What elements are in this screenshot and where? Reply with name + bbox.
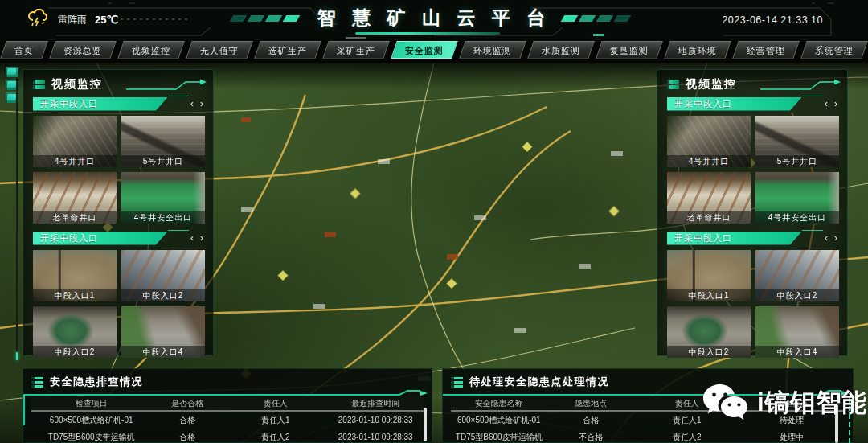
watermark-text: i镐钼智能: [757, 386, 868, 420]
banner-tail-line: [168, 230, 189, 231]
tab-unmanned[interactable]: 无人值守: [186, 41, 253, 59]
chevron-left-icon[interactable]: ‹: [825, 96, 828, 111]
video-panel-title: 视频监控: [51, 77, 103, 92]
camera-group-banner: 开采中段入口: [667, 232, 802, 245]
camera-thumbnail[interactable]: 4号井安全出口: [121, 172, 205, 224]
cell-location: 不合格: [547, 432, 636, 443]
camera-label: 中段入口2: [755, 289, 839, 301]
watermark: i镐钼智能: [702, 383, 868, 423]
camera-thumbnail[interactable]: 4号井安全出口: [755, 172, 839, 224]
list-icon: [451, 377, 463, 388]
tab-system-management[interactable]: 系统管理: [800, 41, 868, 59]
title-underline: [355, 32, 500, 35]
cell-time: 2023-01-10 09:28:33: [327, 416, 424, 425]
camera-thumbnail[interactable]: 中段入口1: [33, 250, 117, 301]
cell-qualified: 合格: [151, 432, 223, 443]
storm-icon: [27, 9, 50, 30]
camera-thumbnail[interactable]: 5号井井口: [755, 116, 839, 167]
camera-thumbnail[interactable]: 中段入口2: [33, 306, 117, 358]
camera-label: 4号井安全出口: [755, 211, 839, 224]
camera-thumbnail[interactable]: 5号井井口: [121, 116, 205, 167]
main-nav: 首页 资源总览 视频监控 无人值守 选矿生产 采矿生产 安全监测 环境监测 水质…: [0, 41, 868, 59]
top-header: 雷阵雨 25℃ 智 慧 矿 山 云 平 台 2023-06-14 21:33:1…: [0, 0, 868, 40]
banner-tail-line: [802, 96, 823, 96]
tab-water-quality[interactable]: 水质监测: [527, 41, 595, 59]
table-row[interactable]: TD75型B600皮带运输机 不合格 责任人2 处理中: [451, 429, 845, 443]
camera-label: 老革命井口: [667, 211, 751, 224]
wechat-icon: [702, 383, 749, 423]
tab-video-monitor[interactable]: 视频监控: [117, 41, 185, 59]
chevron-left-icon[interactable]: ‹: [825, 231, 828, 245]
camera-label: 4号井安全出口: [121, 211, 205, 224]
cell-person: 责任人1: [223, 415, 327, 426]
video-panel-title: 视频监控: [686, 77, 737, 92]
video-panel-right: 视频监控 开采中段入口 ‹ › 4号井井口 5号井井口 老革命井口 4号井安全出…: [657, 69, 848, 356]
banner-tail-line: [168, 96, 189, 96]
camera-label: 5号井井口: [755, 155, 839, 167]
panel-underline-arrow: [23, 390, 433, 400]
cell-person: 责任人2: [635, 432, 739, 443]
arrow-right-icon: [760, 78, 841, 92]
camera-label: 中段入口2: [33, 346, 117, 358]
camera-group-banner: 开采中段入口: [667, 97, 802, 111]
camera-group-banner: 开采中段入口: [33, 232, 168, 245]
weather-widget: 雷阵雨 25℃: [27, 9, 118, 30]
rail-decor-tip: [16, 352, 18, 360]
tab-home[interactable]: 首页: [0, 41, 48, 59]
rail-decor-line: [16, 78, 18, 355]
camera-thumbnail[interactable]: 中段入口2: [667, 306, 751, 358]
smart-mine-dashboard: 雷阵雨 25℃ 智 慧 矿 山 云 平 台 2023-06-14 21:33:1…: [0, 0, 868, 443]
camera-label: 中段入口2: [121, 289, 205, 301]
header-dotted-line: [121, 18, 189, 20]
datetime: 2023-06-14 21:33:10: [722, 14, 823, 26]
tab-business-management[interactable]: 经营管理: [732, 41, 800, 59]
cell-item: TD75型B600皮带运输机: [31, 432, 151, 443]
chevron-right-icon[interactable]: ›: [834, 231, 837, 245]
camera-thumbnail[interactable]: 老革命井口: [33, 172, 117, 224]
camera-label: 4号井井口: [667, 155, 751, 167]
chevron-right-icon[interactable]: ›: [834, 96, 837, 111]
tab-safety-monitor[interactable]: 安全监测: [391, 41, 458, 59]
camera-label: 中段入口4: [121, 346, 205, 358]
cell-status: 处理中: [739, 432, 845, 443]
cell-hazard: TD75型B600皮带运输机: [451, 432, 547, 443]
tab-resource-overview[interactable]: 资源总览: [49, 41, 117, 59]
camera-thumbnail[interactable]: 中段入口2: [755, 250, 839, 301]
camera-thumbnail[interactable]: 中段入口2: [121, 250, 205, 301]
scrollbar-thumb[interactable]: [424, 408, 427, 441]
tab-ore-dressing[interactable]: 选矿生产: [254, 41, 321, 59]
weather-temperature: 25℃: [95, 14, 118, 26]
cell-person: 责任人2: [223, 432, 327, 443]
camera-thumbnail[interactable]: 中段入口4: [755, 306, 839, 358]
title-chevrons-left: [231, 15, 298, 22]
camera-thumbnail[interactable]: 4号井井口: [33, 116, 117, 167]
video-panel-icon: [667, 80, 679, 89]
tab-environment-monitor[interactable]: 环境监测: [459, 41, 526, 59]
tab-geology-environment[interactable]: 地质环境: [664, 41, 731, 59]
table-row[interactable]: TD75型B600皮带运输机 合格 责任人2 2023-01-10 09:28:…: [31, 429, 424, 443]
camera-thumbnail[interactable]: 中段入口4: [121, 306, 205, 358]
camera-group-banner: 开采中段入口: [33, 97, 168, 111]
cell-hazard: 600×500槽式给矿机-01: [451, 415, 547, 426]
title-chevrons-right: [563, 15, 629, 22]
camera-thumbnail[interactable]: 老革命井口: [667, 172, 751, 224]
camera-label: 5号井井口: [121, 155, 205, 167]
chevron-right-icon[interactable]: ›: [200, 96, 203, 111]
list-icon: [31, 377, 43, 388]
cell-location: 合格: [547, 415, 636, 426]
panel-title: 安全隐患排查情况: [50, 375, 143, 389]
chevron-right-icon[interactable]: ›: [200, 231, 203, 245]
chevron-left-icon[interactable]: ‹: [190, 231, 194, 245]
arrow-right-icon: [126, 78, 207, 92]
camera-label: 4号井井口: [33, 155, 117, 167]
banner-tail-line: [802, 230, 823, 231]
cell-qualified: 合格: [151, 415, 223, 426]
camera-thumbnail[interactable]: 4号井井口: [667, 116, 751, 167]
camera-thumbnail[interactable]: 中段入口1: [667, 250, 751, 301]
rail-camera-icon-1[interactable]: [6, 67, 18, 77]
video-panel-left: 视频监控 开采中段入口 ‹ › 4号井井口 5号井井口 老革命井口 4号井安全出…: [23, 69, 214, 356]
chevron-left-icon[interactable]: ‹: [190, 96, 194, 111]
table-row[interactable]: 600×500槽式给矿机-01 合格 责任人1 2023-01-10 09:28…: [31, 412, 424, 429]
tab-reclamation-monitor[interactable]: 复垦监测: [596, 41, 663, 59]
tab-mining-production[interactable]: 采矿生产: [322, 41, 390, 59]
